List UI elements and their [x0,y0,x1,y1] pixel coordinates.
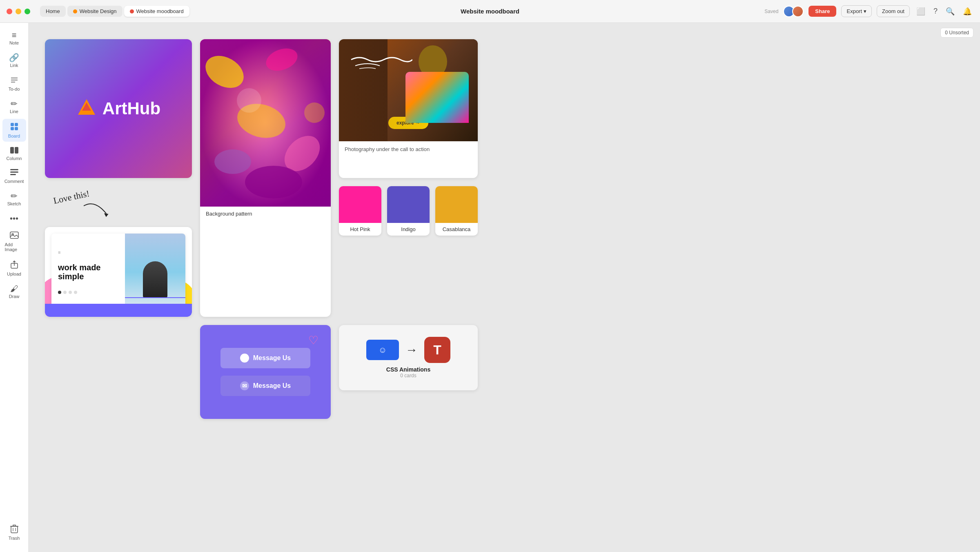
moodboard: ArtHub Love this! [45,39,964,419]
tab-home[interactable]: Home [40,6,66,17]
tab-website-design[interactable]: Website Design [67,6,122,17]
column-icon [10,147,18,155]
add-image-icon [10,231,19,241]
svg-rect-12 [10,232,18,238]
device-icon[interactable]: ⬜ [915,5,927,18]
sidebar-item-add-image[interactable]: Add Image [2,227,26,255]
mockup-headline: work made simple [58,263,118,281]
sidebar-item-todo[interactable]: To-do [2,73,26,95]
unsorted-badge: 0 Unsorted [940,28,973,38]
website-mockup-card[interactable]: ≡ work made simple [45,227,192,317]
dot-2 [69,291,72,294]
bg-pattern-label: Background pattern [200,207,331,221]
squiggle-decoration [347,51,412,76]
draw-icon: 🖌 [10,285,18,293]
bg-pattern-card[interactable]: Background pattern [200,39,331,317]
sketch-icon: ✏ [11,192,18,200]
note-icon: ≡ [12,31,17,39]
sidebar-label-line: Line [10,109,18,114]
svg-point-27 [304,102,325,123]
tab-website-moodboard[interactable]: Website moodboard [124,6,189,17]
sidebar-item-link[interactable]: 🔗 Link [2,50,26,71]
messenger-icon-1: ✉ [240,354,249,363]
bg-pattern-image [200,39,331,207]
message-us-button-1[interactable]: ✉ Message Us [220,348,310,368]
sidebar-label-todo: To-do [9,87,20,91]
swatches-card: Hot Pink Indigo Casablanca [339,186,478,317]
board-icon [10,122,19,132]
smile-icon: ☺ [379,345,387,355]
sidebar-label-board: Board [8,134,20,138]
message-us-button-2[interactable]: ✉ Message Us [220,376,310,396]
svg-rect-15 [11,526,18,533]
svg-rect-9 [10,169,18,170]
sidebar-item-board[interactable]: Board [2,119,26,142]
sidebar-label-link: Link [10,63,18,68]
css-anim-info: CSS Animations 0 cards [386,366,430,378]
sidebar-item-comment[interactable]: Comment [2,166,26,187]
share-button[interactable]: Share [808,6,836,17]
arthub-section: ArtHub Love this! [45,39,192,178]
minimize-button[interactable] [16,9,21,14]
photo-card[interactable]: explore → Photography under the call to … [339,39,478,178]
arrow-right-icon: → [405,343,418,357]
link-icon: 🔗 [9,53,19,62]
messenger-card[interactable]: ♡ ✉ Message Us ✉ Message Us [200,325,331,419]
website-moodboard-tab-label: Website moodboard [136,8,184,14]
maximize-button[interactable] [24,9,30,14]
sidebar: ≡ Note 🔗 Link To-do ✏ Line [0,23,29,552]
casablanca-label: Casablanca [435,223,478,236]
main-layout: ≡ Note 🔗 Link To-do ✏ Line [0,23,980,552]
sidebar-item-draw[interactable]: 🖌 Draw [2,281,26,302]
page-title: Website moodboard [461,8,519,15]
sidebar-item-column[interactable]: Column [2,143,26,164]
notifications-icon[interactable]: 🔔 [961,5,973,18]
purple-bar [45,304,192,317]
trash-icon [10,524,19,534]
photo-image: explore → [339,39,478,141]
sidebar-label-sketch: Sketch [7,201,21,206]
sidebar-label-column: Column [7,156,22,161]
arthub-triangle-icon [76,98,97,120]
mockup-right-panel [125,234,185,310]
sidebar-item-sketch[interactable]: ✏ Sketch [2,189,26,209]
svg-rect-6 [15,127,18,130]
swatch-casablanca[interactable]: Casablanca [435,186,478,236]
sidebar-item-upload[interactable]: Upload [2,257,26,280]
arthub-card[interactable]: ArtHub [45,39,192,178]
sidebar-item-trash[interactable]: Trash [2,521,26,544]
sidebar-item-note[interactable]: ≡ Note [2,28,26,49]
sidebar-item-more[interactable]: ••• [2,211,26,226]
heart-decoration: ♡ [308,335,318,346]
line-icon: ✏ [11,100,18,108]
zoom-button[interactable]: Zoom out [877,5,910,17]
search-icon[interactable]: 🔍 [944,5,956,18]
sidebar-label-upload: Upload [7,272,21,276]
website-design-tab-label: Website Design [80,8,117,14]
casablanca-color [435,186,478,223]
sidebar-label-note: Note [9,40,19,45]
css-anim-title: CSS Animations [386,366,430,373]
svg-point-25 [245,166,302,198]
swatch-hot-pink[interactable]: Hot Pink [339,186,381,236]
more-icon: ••• [10,214,18,223]
swatch-indigo[interactable]: Indigo [387,186,430,236]
chevron-down-icon: ▾ [864,8,866,14]
svg-rect-11 [10,174,16,175]
sidebar-item-line[interactable]: ✏ Line [2,96,26,117]
export-button[interactable]: Export ▾ [841,5,872,17]
mockup-menu-icon: ≡ [58,250,118,255]
close-button[interactable] [7,9,12,14]
hot-pink-color [339,186,381,223]
css-anim-count: 0 cards [386,373,430,378]
messenger-icon-2: ✉ [240,381,249,390]
help-icon[interactable]: ? [932,5,939,17]
photo-caption: Photography under the call to action [339,141,478,157]
css-animations-card[interactable]: ☺ → T CSS Animations 0 cards [339,325,478,390]
svg-rect-4 [15,123,18,126]
svg-rect-3 [11,123,14,126]
avatars [783,6,804,17]
sidebar-label-add-image: Add Image [5,242,24,252]
annotation-text: Love this! [52,188,90,206]
home-tab-label: Home [46,8,60,14]
